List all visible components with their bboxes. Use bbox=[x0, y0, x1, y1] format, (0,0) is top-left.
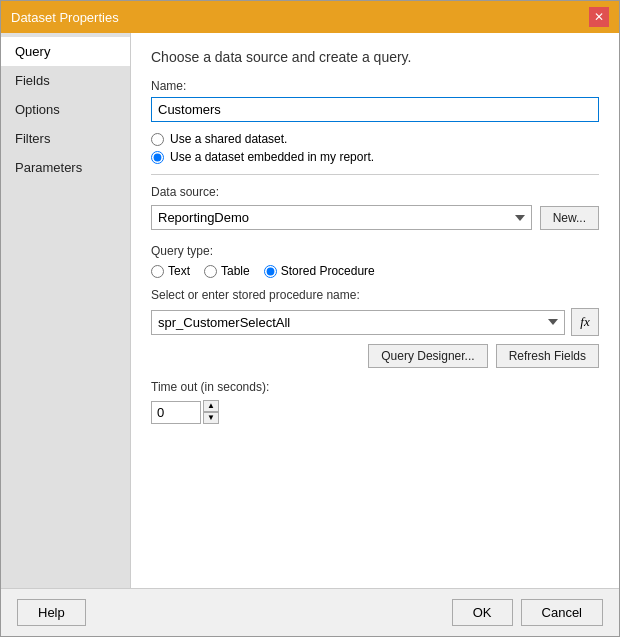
query-type-row: Text Table Stored Procedure bbox=[151, 264, 599, 278]
close-button[interactable]: ✕ bbox=[589, 7, 609, 27]
query-type-table-radio[interactable] bbox=[204, 265, 217, 278]
timeout-down-button[interactable]: ▼ bbox=[203, 412, 219, 424]
new-button[interactable]: New... bbox=[540, 206, 599, 230]
sidebar-item-filters[interactable]: Filters bbox=[1, 124, 130, 153]
sidebar-item-parameters[interactable]: Parameters bbox=[1, 153, 130, 182]
sidebar: Query Fields Options Filters Parameters bbox=[1, 33, 131, 588]
stored-proc-label: Select or enter stored procedure name: bbox=[151, 288, 599, 302]
query-type-table-label[interactable]: Table bbox=[204, 264, 250, 278]
shared-dataset-row: Use a shared dataset. bbox=[151, 132, 599, 146]
query-type-label: Query type: bbox=[151, 244, 599, 258]
sidebar-item-query[interactable]: Query bbox=[1, 37, 130, 66]
dialog: Dataset Properties ✕ Query Fields Option… bbox=[0, 0, 620, 637]
query-type-stored-procedure-label[interactable]: Stored Procedure bbox=[264, 264, 375, 278]
query-type-text-radio[interactable] bbox=[151, 265, 164, 278]
query-type-stored-procedure-radio[interactable] bbox=[264, 265, 277, 278]
dataset-type-group: Use a shared dataset. Use a dataset embe… bbox=[151, 132, 599, 164]
stored-proc-row: spr_CustomerSelectAll fx bbox=[151, 308, 599, 336]
query-designer-button[interactable]: Query Designer... bbox=[368, 344, 487, 368]
query-type-text-label[interactable]: Text bbox=[151, 264, 190, 278]
datasource-row: ReportingDemo New... bbox=[151, 205, 599, 230]
timeout-up-button[interactable]: ▲ bbox=[203, 400, 219, 412]
name-label: Name: bbox=[151, 79, 599, 93]
data-source-label: Data source: bbox=[151, 185, 599, 199]
footer-right: OK Cancel bbox=[452, 599, 603, 626]
timeout-input[interactable] bbox=[151, 401, 201, 424]
dialog-title: Dataset Properties bbox=[11, 10, 119, 25]
sidebar-item-fields[interactable]: Fields bbox=[1, 66, 130, 95]
shared-dataset-label[interactable]: Use a shared dataset. bbox=[170, 132, 287, 146]
ok-button[interactable]: OK bbox=[452, 599, 513, 626]
embedded-dataset-radio[interactable] bbox=[151, 151, 164, 164]
fx-button[interactable]: fx bbox=[571, 308, 599, 336]
dialog-footer: Help OK Cancel bbox=[1, 588, 619, 636]
shared-dataset-radio[interactable] bbox=[151, 133, 164, 146]
action-buttons-row: Query Designer... Refresh Fields bbox=[151, 344, 599, 368]
embedded-dataset-label[interactable]: Use a dataset embedded in my report. bbox=[170, 150, 374, 164]
timeout-input-row: ▲ ▼ bbox=[151, 400, 599, 424]
main-title: Choose a data source and create a query. bbox=[151, 49, 599, 65]
data-source-select[interactable]: ReportingDemo bbox=[151, 205, 532, 230]
sidebar-item-options[interactable]: Options bbox=[1, 95, 130, 124]
title-bar: Dataset Properties ✕ bbox=[1, 1, 619, 33]
timeout-label: Time out (in seconds): bbox=[151, 380, 599, 394]
embedded-dataset-row: Use a dataset embedded in my report. bbox=[151, 150, 599, 164]
separator-1 bbox=[151, 174, 599, 175]
timeout-section: Time out (in seconds): ▲ ▼ bbox=[151, 380, 599, 424]
refresh-fields-button[interactable]: Refresh Fields bbox=[496, 344, 599, 368]
name-input[interactable] bbox=[151, 97, 599, 122]
help-button[interactable]: Help bbox=[17, 599, 86, 626]
timeout-spinner: ▲ ▼ bbox=[203, 400, 219, 424]
dialog-body: Query Fields Options Filters Parameters … bbox=[1, 33, 619, 588]
stored-proc-select[interactable]: spr_CustomerSelectAll bbox=[151, 310, 565, 335]
main-content: Choose a data source and create a query.… bbox=[131, 33, 619, 588]
cancel-button[interactable]: Cancel bbox=[521, 599, 603, 626]
